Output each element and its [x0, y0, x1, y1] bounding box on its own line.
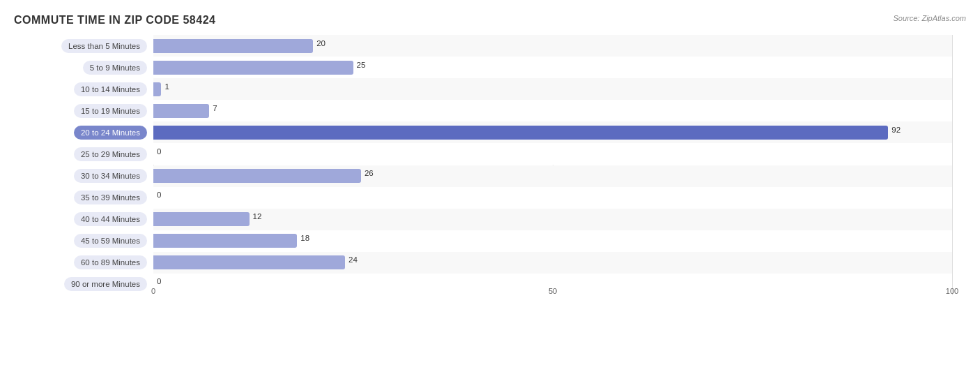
bar-value: 25: [357, 61, 366, 69]
chart-source: Source: ZipAtlas.com: [893, 14, 966, 22]
bar-track: 20: [153, 39, 952, 53]
bar-row: 5 to 9 Minutes25: [153, 57, 952, 78]
x-axis-label: 0: [151, 287, 155, 295]
bar-label: 90 or more Minutes: [64, 277, 147, 291]
bar-fill: 1: [153, 82, 161, 96]
bar-value: 12: [253, 212, 262, 221]
bar-label: 15 to 19 Minutes: [74, 104, 147, 118]
bar-row: 45 to 59 Minutes18: [153, 230, 952, 252]
bar-label: 45 to 59 Minutes: [74, 234, 147, 248]
bar-row: 30 to 34 Minutes26: [153, 165, 952, 187]
bar-label: 25 to 29 Minutes: [74, 147, 147, 161]
bar-fill: 7: [153, 104, 209, 118]
bar-fill: 20: [153, 39, 313, 53]
chart-body: Less than 5 Minutes205 to 9 Minutes2510 …: [14, 35, 966, 316]
bar-value: 18: [300, 234, 309, 242]
bar-value: 0: [157, 191, 161, 199]
bar-value: 0: [157, 147, 161, 156]
bar-track: 26: [153, 169, 952, 183]
bar-value: 20: [316, 39, 326, 47]
bar-track: 0: [153, 147, 952, 161]
bar-label: 60 to 89 Minutes: [74, 255, 147, 269]
bar-track: 12: [153, 212, 952, 226]
bars-area: Less than 5 Minutes205 to 9 Minutes2510 …: [153, 35, 952, 295]
grid-line: [952, 35, 953, 295]
bar-label: 35 to 39 Minutes: [74, 191, 147, 204]
bar-row: 15 to 19 Minutes7: [153, 100, 952, 121]
bar-label: 10 to 14 Minutes: [74, 82, 147, 96]
bar-label: 5 to 9 Minutes: [83, 61, 147, 75]
bar-track: 24: [153, 255, 952, 269]
bar-label: 30 to 34 Minutes: [74, 169, 147, 183]
bar-value: 7: [213, 104, 217, 112]
chart-header: COMMUTE TIME IN ZIP CODE 58424 Source: Z…: [14, 14, 966, 27]
bar-fill: 26: [153, 169, 361, 183]
bar-track: 92: [153, 126, 952, 140]
bar-fill: 18: [153, 234, 297, 248]
bar-value: 26: [365, 169, 374, 177]
bar-row: 25 to 29 Minutes0: [153, 143, 952, 165]
bar-fill: 92: [153, 126, 888, 140]
bar-label: 40 to 44 Minutes: [74, 212, 147, 226]
x-axis-label: 100: [946, 287, 958, 295]
x-axis: 050100: [153, 281, 952, 295]
chart-container: COMMUTE TIME IN ZIP CODE 58424 Source: Z…: [0, 0, 980, 365]
bar-value: 92: [891, 126, 901, 134]
bar-fill: 25: [153, 61, 353, 75]
bar-label: 20 to 24 Minutes: [74, 126, 147, 140]
bar-track: 7: [153, 104, 952, 118]
bar-row: 35 to 39 Minutes0: [153, 187, 952, 209]
bar-value: 24: [349, 255, 358, 264]
bar-fill: 24: [153, 255, 345, 269]
bar-fill: 12: [153, 212, 250, 226]
bar-label: Less than 5 Minutes: [61, 39, 147, 53]
bar-track: 0: [153, 191, 952, 204]
bar-track: 1: [153, 82, 952, 96]
x-axis-label: 50: [549, 287, 557, 295]
bar-track: 25: [153, 61, 952, 75]
bar-row: Less than 5 Minutes20: [153, 35, 952, 57]
bar-row: 10 to 14 Minutes1: [153, 78, 952, 100]
bar-row: 20 to 24 Minutes92: [153, 121, 952, 143]
bar-row: 40 to 44 Minutes12: [153, 209, 952, 230]
bar-track: 18: [153, 234, 952, 248]
bar-row: 60 to 89 Minutes24: [153, 252, 952, 274]
chart-title: COMMUTE TIME IN ZIP CODE 58424: [14, 14, 215, 27]
bar-value: 1: [164, 82, 169, 91]
